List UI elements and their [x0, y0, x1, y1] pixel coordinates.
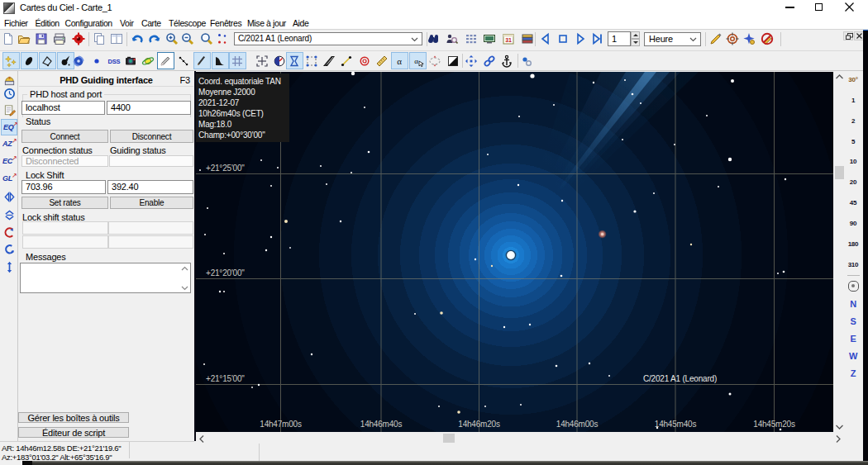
svg-text:α: α [397, 56, 402, 66]
svg-text:C/2021 A1 (Leonard): C/2021 A1 (Leonard) [643, 374, 717, 383]
svg-text:+21°15'00": +21°15'00" [206, 374, 245, 383]
svg-text:14h46m00s: 14h46m00s [556, 420, 599, 429]
svg-text:14h45m40s: 14h45m40s [655, 420, 697, 429]
svg-text:14h45m20s: 14h45m20s [753, 420, 795, 429]
svg-text:DSS: DSS [108, 58, 121, 65]
svg-text:14h46m20s: 14h46m20s [458, 420, 500, 429]
svg-text:31: 31 [505, 37, 512, 43]
svg-text:α: α [414, 57, 418, 65]
svg-text:+21°25'00": +21°25'00" [206, 164, 245, 173]
svg-text:14h47m00s: 14h47m00s [260, 420, 302, 429]
svg-text:14h46m40s: 14h46m40s [360, 420, 403, 429]
svg-text:+21°20'00": +21°20'00" [206, 268, 245, 278]
